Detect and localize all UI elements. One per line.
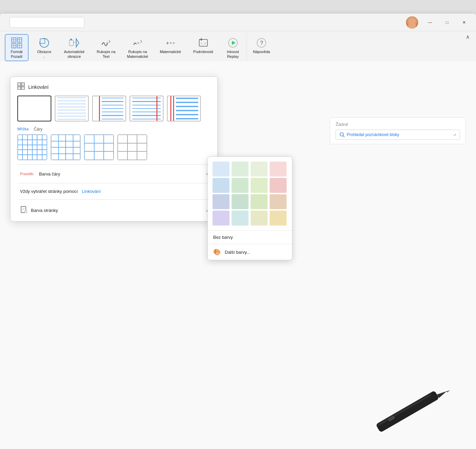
inkoust-label: Inkoust: [227, 50, 239, 54]
barva-stranky-item[interactable]: Barva stránky ›: [17, 202, 210, 218]
collapse-ribbon-button[interactable]: ∧: [464, 33, 472, 41]
color-swatch-1[interactable]: [213, 162, 230, 177]
podrobnosti-button[interactable]: Podrobnosti: [190, 35, 216, 55]
ribbon: Formát Pozadí Obrazce ↓: [0, 31, 476, 63]
dalsi-barvy-option[interactable]: 🎨 Další barvy...: [208, 244, 292, 260]
preview-lines-2[interactable]: [92, 96, 126, 121]
color-swatch-5[interactable]: [213, 178, 230, 193]
grid-large[interactable]: [84, 134, 114, 160]
rukopis-text-button[interactable]: a Rukopis na Text: [94, 35, 118, 60]
handwriting-text-icon: a: [100, 37, 112, 49]
svg-text:+: +: [166, 40, 169, 46]
color-swatch-15[interactable]: [251, 211, 268, 226]
minimize-button[interactable]: —: [422, 17, 438, 28]
details-icon: [197, 37, 209, 49]
ribbon-group-podrobnosti: Podrobnosti: [187, 33, 219, 63]
ribbon-group-auto-obrazce: Automatické obrazce: [58, 33, 91, 63]
grid-medium[interactable]: [51, 134, 81, 160]
avatar[interactable]: [406, 16, 418, 29]
color-swatch-14[interactable]: [232, 211, 249, 226]
mat-button[interactable]: + × ÷ Matematické: [157, 35, 184, 55]
line-previews-row: [17, 96, 210, 121]
barva-stranky-label: Barva stránky: [31, 208, 58, 213]
color-swatch-2[interactable]: [232, 162, 249, 177]
grid-lines-labels: Mřížka · Čáry: [17, 127, 210, 132]
color-swatch-10[interactable]: [232, 194, 249, 209]
cary-label: Čáry: [34, 127, 42, 132]
search-link-icon: ⤢: [454, 133, 456, 137]
title-search-box[interactable]: [10, 17, 84, 28]
auto-obrazce-button[interactable]: Automatické obrazce: [61, 35, 87, 60]
ribbon-group-replay: Inkoust Replay: [219, 33, 247, 63]
svg-rect-33: [18, 86, 21, 89]
barva-cary-item[interactable]: Pravidlo Barva čáry ›: [17, 167, 210, 180]
preview-lines-1[interactable]: [55, 96, 89, 121]
palette-icon: 🎨: [213, 248, 221, 256]
color-swatch-12[interactable]: [270, 194, 287, 209]
svg-rect-13: [40, 39, 45, 44]
ribbon-group-obrazce: Obrazce ↓: [31, 33, 58, 63]
help-icon: ?: [255, 37, 268, 49]
color-picker-popup: Bez barvy 🎨 Další barvy...: [207, 156, 292, 260]
bez-barvy-label: Bez barvy: [213, 235, 233, 240]
barva-cary-left: Pravidlo Barva čáry: [20, 171, 60, 177]
auto-obrazce-label2: obrazce: [68, 54, 81, 59]
auto-shapes-icon: [68, 37, 80, 49]
obrazce-button[interactable]: Obrazce: [34, 35, 54, 55]
color-swatch-16[interactable]: [270, 211, 287, 226]
notebook-search-button[interactable]: Prohledat poznámkové bloky ⤢: [336, 130, 460, 140]
color-swatch-3[interactable]: [251, 162, 268, 177]
linkovani-panel: Linkování: [10, 77, 218, 221]
barva-cary-label: Barva čáry: [39, 171, 60, 177]
ribbon-group-rukopis-mat: π Rukopis na Matematické: [122, 33, 154, 63]
svg-text:÷: ÷: [172, 40, 175, 46]
pravidlo-label: Pravidlo: [20, 172, 34, 176]
napoveda-button[interactable]: ? Nápověda: [250, 35, 273, 55]
svg-rect-32: [21, 83, 24, 86]
napoveda-label: Nápověda: [253, 50, 270, 54]
panel-linkovani-label: Linkování: [28, 84, 49, 90]
grid-none[interactable]: [117, 134, 147, 160]
avatar-image: [406, 16, 418, 29]
rukopis-mat-label2: Matematické: [127, 54, 148, 59]
svg-point-43: [24, 210, 27, 213]
handwriting-math-icon: π: [132, 37, 144, 49]
close-button[interactable]: ✕: [456, 17, 472, 28]
preview-lines-3[interactable]: [130, 96, 164, 121]
svg-text:?: ?: [260, 40, 263, 46]
preview-blank[interactable]: [17, 96, 51, 121]
barva-stranky-icon: [20, 206, 28, 215]
grid-small[interactable]: [17, 134, 47, 160]
preview-lines-4[interactable]: [167, 96, 201, 121]
rukopis-text-label1: Rukopis na: [97, 50, 116, 54]
replay-button[interactable]: Inkoust Replay: [223, 35, 243, 60]
mat-label: Matematické: [160, 50, 181, 54]
pen-stylus-image: [367, 395, 435, 422]
color-swatch-13[interactable]: [213, 211, 230, 226]
rukopis-mat-label1: Rukopis na: [128, 50, 147, 54]
bez-barvy-option[interactable]: Bez barvy: [208, 231, 292, 244]
svg-marker-45: [437, 389, 448, 398]
search-icon: [339, 132, 345, 137]
barva-stranky-left: Barva stránky: [20, 206, 58, 215]
color-swatch-grid: [208, 157, 292, 230]
format-pozadi-button[interactable]: Formát Pozadí: [5, 34, 29, 61]
svg-rect-22: [199, 39, 207, 46]
mrizka-label: Mřížka: [17, 127, 29, 132]
svg-marker-46: [446, 389, 450, 393]
ribbon-group-napoveda: ? Nápověda: [247, 33, 276, 63]
color-swatch-8[interactable]: [270, 178, 287, 193]
format-pozadi-label2: Pozadí: [11, 54, 22, 59]
maximize-button[interactable]: □: [439, 17, 455, 28]
color-swatch-9[interactable]: [213, 194, 230, 209]
color-swatch-4[interactable]: [270, 162, 287, 177]
color-swatch-11[interactable]: [251, 194, 268, 209]
color-swatch-7[interactable]: [251, 178, 268, 193]
svg-line-30: [343, 136, 344, 137]
linkovani-grid-icon: [17, 82, 25, 90]
svg-rect-14: [69, 40, 73, 46]
color-swatch-6[interactable]: [232, 178, 249, 193]
avatar-face: [408, 22, 416, 29]
obrazce-sublabel: ↓: [44, 55, 45, 59]
rukopis-mat-button[interactable]: π Rukopis na Matematické: [124, 35, 151, 60]
